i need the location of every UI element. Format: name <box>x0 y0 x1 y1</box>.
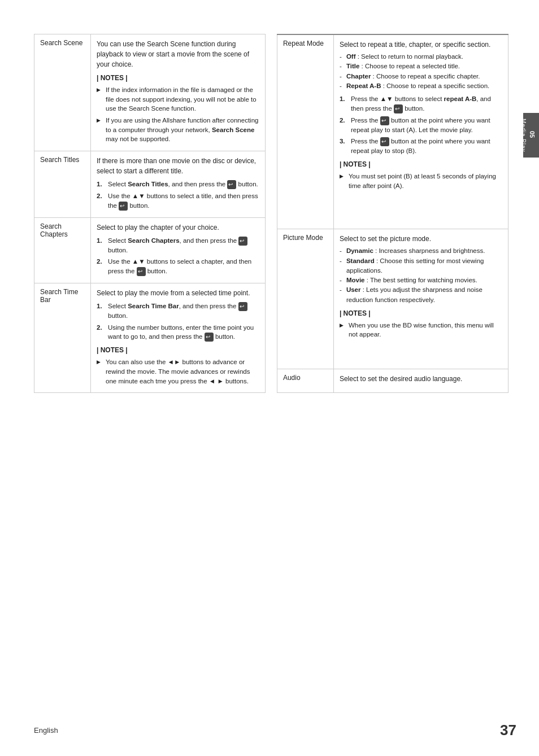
left-table: Search Scene You can use the Search Scen… <box>34 34 266 393</box>
repeat-mode-bullets: Off : Select to return to normal playbac… <box>340 52 502 91</box>
button-icon <box>119 202 128 211</box>
table-row: Picture Mode Select to set the picture m… <box>277 229 508 369</box>
search-time-bar-label: Search Time Bar <box>34 283 91 392</box>
search-scene-content: You can use the Search Scene function du… <box>91 34 266 151</box>
list-item: Dynamic : Increases sharpness and bright… <box>340 246 502 256</box>
list-item: 2. Use the ▲▼ buttons to select a title,… <box>97 191 259 211</box>
button-icon <box>227 180 236 189</box>
list-item: Movie : The best setting for watching mo… <box>340 276 502 285</box>
list-item: Chapter : Choose to repeat a specific ch… <box>340 72 502 81</box>
search-time-bar-note-1: You can also use the ◄► buttons to advan… <box>97 357 259 386</box>
table-row: Search Titles If there is more than one … <box>34 151 266 218</box>
list-item: 1. Select Search Time Bar, and then pres… <box>97 301 259 321</box>
search-scene-intro: You can use the Search Scene function du… <box>97 39 259 69</box>
search-titles-steps: 1. Select Search Titles, and then press … <box>97 180 259 211</box>
button-icon <box>205 333 214 342</box>
search-time-bar-notes-header: | NOTES | <box>97 345 259 355</box>
list-item: Off : Select to return to normal playbac… <box>340 52 502 62</box>
bottom-bar: English 37 <box>0 722 539 739</box>
picture-mode-content: Select to set the picture mode. Dynamic … <box>333 229 508 369</box>
button-icon <box>380 137 389 146</box>
list-item: 1. Press the ▲▼ buttons to select repeat… <box>340 94 502 113</box>
repeat-mode-note-1: You must set point (B) at least 5 second… <box>340 172 502 190</box>
button-icon <box>238 237 247 246</box>
search-time-bar-content: Select to play the movie from a selected… <box>91 283 266 392</box>
right-table: Repeat Mode Select to repeat a title, ch… <box>277 34 508 393</box>
search-scene-note-1: If the index information in the file is … <box>97 85 259 113</box>
table-row: Search Chapters Select to play the chapt… <box>34 217 266 283</box>
search-time-bar-steps: 1. Select Search Time Bar, and then pres… <box>97 301 259 342</box>
button-icon <box>137 267 146 276</box>
list-item: 2. Using the number buttons, enter the t… <box>97 323 259 342</box>
search-scene-notes-header: | NOTES | <box>97 73 259 83</box>
side-tab: 05 Media Play <box>523 113 539 158</box>
search-titles-label: Search Titles <box>34 151 91 218</box>
list-item: User : Lets you adjust the sharpness and… <box>340 285 502 305</box>
button-icon <box>394 104 403 113</box>
table-row: Audio Select to set the desired audio la… <box>277 369 508 393</box>
audio-content: Select to set the desired audio language… <box>333 369 508 393</box>
tab-chapter-number: 05 <box>529 131 536 138</box>
list-item: Standard : Choose this setting for most … <box>340 256 502 276</box>
list-item: Repeat A-B : Choose to repeat a specific… <box>340 81 502 91</box>
list-item: 3. Press the button at the point where y… <box>340 137 502 156</box>
tab-chapter-title: Media Play <box>520 119 527 152</box>
page-number: 37 <box>500 722 516 739</box>
search-scene-note-2: If you are using the Allshare function a… <box>97 116 259 144</box>
content-area: Search Scene You can use the Search Scen… <box>34 34 516 393</box>
table-row: Search Time Bar Select to play the movie… <box>34 283 266 392</box>
search-titles-content: If there is more than one movie on the d… <box>91 151 266 218</box>
button-icon <box>380 116 389 125</box>
list-item: Title : Choose to repeat a selected titl… <box>340 62 502 71</box>
repeat-mode-label: Repeat Mode <box>277 34 333 229</box>
list-item: 1. Select Search Chapters, and then pres… <box>97 236 259 255</box>
audio-label: Audio <box>277 369 333 393</box>
search-scene-bold: Search Scene <box>212 126 254 133</box>
audio-intro: Select to set the desired audio language… <box>340 374 502 384</box>
search-titles-intro: If there is more than one movie on the d… <box>97 156 259 176</box>
picture-mode-label: Picture Mode <box>277 229 333 369</box>
search-chapters-content: Select to play the chapter of your choic… <box>91 217 266 283</box>
language-label: English <box>34 726 58 735</box>
table-row: Repeat Mode Select to repeat a title, ch… <box>277 34 508 229</box>
picture-mode-intro: Select to set the picture mode. <box>340 234 502 244</box>
search-scene-label: Search Scene <box>34 34 91 151</box>
button-icon <box>238 302 247 311</box>
search-chapters-label: Search Chapters <box>34 217 91 283</box>
search-time-bar-intro: Select to play the movie from a selected… <box>97 288 259 298</box>
repeat-mode-intro: Select to repeat a title, chapter, or sp… <box>340 40 502 50</box>
page-wrapper: 05 Media Play Search Scene You can use t… <box>0 0 539 756</box>
list-item: 2. Use the ▲▼ buttons to select a chapte… <box>97 257 259 276</box>
list-item: 2. Press the button at the point where y… <box>340 116 502 135</box>
picture-mode-note-1: When you use the BD wise function, this … <box>340 321 502 339</box>
list-item: 1. Select Search Titles, and then press … <box>97 180 259 189</box>
picture-mode-bullets: Dynamic : Increases sharpness and bright… <box>340 246 502 305</box>
search-chapters-steps: 1. Select Search Chapters, and then pres… <box>97 236 259 276</box>
search-chapters-intro: Select to play the chapter of your choic… <box>97 222 259 233</box>
repeat-mode-steps: 1. Press the ▲▼ buttons to select repeat… <box>340 94 502 156</box>
repeat-mode-notes-header: | NOTES | <box>340 159 502 169</box>
table-row: Search Scene You can use the Search Scen… <box>34 34 266 151</box>
repeat-mode-content: Select to repeat a title, chapter, or sp… <box>333 34 508 229</box>
picture-mode-notes-header: | NOTES | <box>340 308 502 318</box>
